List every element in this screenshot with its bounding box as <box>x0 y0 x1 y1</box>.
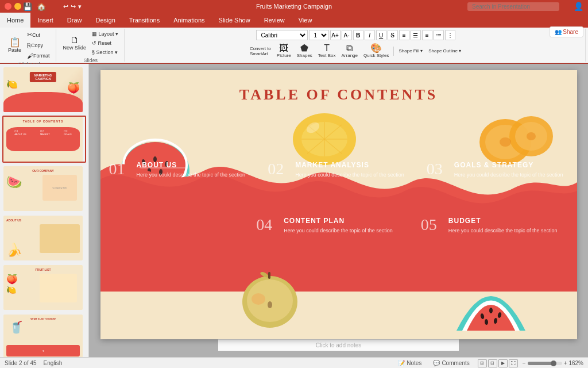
close-button[interactable] <box>5 3 11 10</box>
slide-6-preview: WHAT ELSE TO KNOW 🥤 ❤ <box>3 315 83 357</box>
slide-1-preview: MARKETINGCAMPAIGN 🍑 🍋 <box>3 67 83 112</box>
tab-review[interactable]: Review <box>257 13 292 28</box>
slide-thumbnail-2[interactable]: 2 TABLE OF CONTENTS 01ABOUT US 02MARKET … <box>2 116 86 163</box>
decrease-font-button[interactable]: A- <box>342 30 352 40</box>
comments-button[interactable]: 💬 Comments <box>430 359 473 367</box>
numbering-button[interactable]: ⋮ <box>445 30 455 40</box>
textbox-button[interactable]: T Text Box <box>316 43 338 59</box>
undo-redo-group: ↩ ↪ ▾ <box>63 3 82 10</box>
slide-sorter-button[interactable]: ⊟ <box>488 359 497 367</box>
picture-button[interactable]: 🖼 Picture <box>274 43 293 59</box>
increase-font-button[interactable]: A+ <box>330 30 341 40</box>
tab-home[interactable]: Home <box>0 13 30 28</box>
ribbon-content: 📋 Paste ✂ Cut ⎘ Copy 🖌 Format <box>0 28 588 63</box>
shape-outline-button[interactable]: Shape Outline ▾ <box>426 47 463 55</box>
format-painter-button[interactable]: 🖌 Format <box>25 51 52 60</box>
redo-icon[interactable]: ↪ <box>71 3 76 10</box>
bullets-button[interactable]: ≔ <box>434 30 444 40</box>
align-right-button[interactable]: ≡ <box>422 30 432 40</box>
zoom-slider[interactable] <box>528 362 562 365</box>
slide-4-preview: ABOUT US 🍌 <box>3 216 83 260</box>
underline-button[interactable]: U <box>376 30 386 40</box>
undo-icon[interactable]: ↩ <box>63 3 68 10</box>
slide-thumbnail-4[interactable]: 4 ABOUT US 🍌 <box>2 214 86 262</box>
layout-button[interactable]: ▦ Layout ▾ <box>90 30 121 38</box>
tab-view[interactable]: View <box>292 13 319 28</box>
arrange-icon: ⧉ <box>346 44 353 53</box>
toc-item-1: 01 ABOUT US Here you could describe the … <box>100 155 260 185</box>
slides-buttons: 🗋 New Slide ▦ Layout ▾ ↺ Reset § Section… <box>61 30 121 56</box>
user-icon[interactable]: 👤 <box>574 2 583 11</box>
arrange-button[interactable]: ⧉ Arrange <box>339 43 360 59</box>
copy-button[interactable]: ⎘ Copy <box>25 41 52 50</box>
reset-button[interactable]: ↺ Reset <box>90 39 121 47</box>
tab-design[interactable]: Design <box>89 13 122 28</box>
shape-fill-button[interactable]: Shape Fill ▾ <box>396 47 425 55</box>
cut-icon: ✂ <box>27 31 32 39</box>
title-bar: 💾 🏠 ↩ ↪ ▾ Fruits Marketing Campaign 👤 <box>0 0 588 13</box>
toc-text-4: CONTENT PLAN Here you could describe the… <box>284 217 393 235</box>
italic-button[interactable]: I <box>365 30 375 40</box>
slide-info: Slide 2 of 45 <box>5 360 37 366</box>
bold-button[interactable]: B <box>353 30 363 40</box>
svg-point-26 <box>268 301 272 308</box>
svg-point-28 <box>489 308 493 313</box>
zoom-controls: − + 162% <box>523 360 583 366</box>
picture-icon: 🖼 <box>279 44 288 53</box>
save-icon[interactable]: 💾 <box>23 2 32 11</box>
comments-icon: 💬 <box>433 360 440 366</box>
convert-smartart-button[interactable]: Convert toSmartArt <box>247 45 273 57</box>
notes-icon: 📝 <box>398 360 405 366</box>
shapes-icon: ⬟ <box>300 44 308 53</box>
paste-button[interactable]: 📋 Paste <box>6 37 24 54</box>
toc-item-4: 04 CONTENT PLAN Here you could describe … <box>247 211 412 240</box>
font-family-select[interactable]: Calibri <box>256 30 308 40</box>
apple-bottom-decoration <box>238 262 301 331</box>
slide-panel: 1 MARKETINGCAMPAIGN 🍑 🍋 2 TABLE OF CONTE… <box>0 64 89 357</box>
zoom-thumb[interactable] <box>551 361 556 366</box>
shapes-button[interactable]: ⬟ Shapes <box>295 43 315 59</box>
watermelon-bottom-decoration <box>451 267 531 336</box>
section-button[interactable]: § Section ▾ <box>90 48 121 56</box>
slide-thumbnail-5[interactable]: 5 FRUIT LIST 🍑 🍋 <box>2 264 86 311</box>
slide-thumbnail-6[interactable]: 6 WHAT ELSE TO KNOW 🥤 ❤ <box>2 313 86 357</box>
home-icon[interactable]: 🏠 <box>37 2 46 11</box>
tab-insert[interactable]: Insert <box>30 13 60 28</box>
align-center-button[interactable]: ☰ <box>411 30 421 40</box>
zoom-in-button[interactable]: + <box>564 360 567 366</box>
quick-styles-button[interactable]: 🎨 Quick Styles <box>361 43 391 59</box>
toc-text-2: MARKET ANALYSIS Here you could describe … <box>295 161 404 179</box>
share-button[interactable]: 👥 Share <box>550 26 583 37</box>
notes-button[interactable]: 📝 Notes <box>394 359 425 367</box>
toc-desc-2: Here you could describe the topic of the… <box>295 172 404 178</box>
search-input[interactable] <box>467 2 559 11</box>
normal-view-button[interactable]: ⊞ <box>478 359 487 367</box>
align-left-button[interactable]: ≡ <box>399 30 409 40</box>
toc-num-4: 04 <box>256 217 279 233</box>
cut-button[interactable]: ✂ Cut <box>25 30 52 40</box>
toc-text-3: GOALS & STRATEGY Here you could describe… <box>454 161 563 179</box>
font-size-select[interactable]: 12 <box>309 30 329 40</box>
toc-text-5: BUDGET Here you could describe the topic… <box>448 217 558 235</box>
slides-group: 🗋 New Slide ▦ Layout ▾ ↺ Reset § Section… <box>57 29 125 62</box>
app-title: Fruits Marketing Campaign <box>256 3 332 10</box>
reading-view-button[interactable]: ▶ <box>498 359 508 367</box>
presenter-view-button[interactable]: ⛶ <box>509 359 518 367</box>
zoom-out-button[interactable]: − <box>523 360 526 366</box>
slide-2-preview: TABLE OF CONTENTS 01ABOUT US 02MARKET 03… <box>3 117 83 162</box>
strikethrough-button[interactable]: S <box>388 30 398 40</box>
minimize-button[interactable] <box>14 3 21 10</box>
slide-thumbnail-3[interactable]: 3 OUR COMPANY 🍉 Company Info <box>2 165 86 212</box>
tab-transitions[interactable]: Transitions <box>122 13 167 28</box>
tab-animations[interactable]: Animations <box>167 13 211 28</box>
slide-thumbnail-1[interactable]: 1 MARKETINGCAMPAIGN 🍑 🍋 <box>2 66 86 113</box>
notes-area[interactable]: Click to add notes <box>218 339 459 351</box>
tab-draw[interactable]: Draw <box>60 13 89 28</box>
slides-label: Slides <box>84 57 98 63</box>
tab-slideshow[interactable]: Slide Show <box>212 13 257 28</box>
ribbon: Home Insert Draw Design Transitions Anim… <box>0 13 588 64</box>
more-icon[interactable]: ▾ <box>78 3 82 10</box>
new-slide-button[interactable]: 🗋 New Slide <box>61 34 89 52</box>
ribbon-tabs: Home Insert Draw Design Transitions Anim… <box>0 13 588 28</box>
toc-label-2: MARKET ANALYSIS <box>295 161 404 169</box>
